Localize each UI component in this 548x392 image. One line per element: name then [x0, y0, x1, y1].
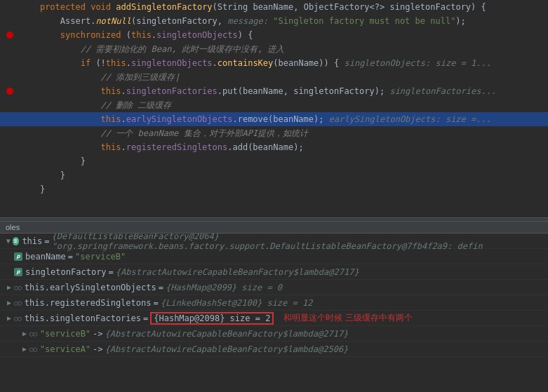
breakpoint-dot — [6, 88, 13, 95]
p-icon: p — [14, 268, 22, 276]
keyword: synchronized — [60, 30, 121, 40]
line-content-13: } — [17, 170, 548, 180]
expand-icon[interactable]: ▼ — [4, 237, 13, 245]
code-line-14: } — [0, 182, 548, 196]
class-ref: String — [218, 2, 248, 12]
hint: earlySingletonObjects: size =... — [329, 114, 491, 124]
field-ref: singletonObjects — [131, 58, 213, 68]
field-ref: earlySingletonObjects — [126, 114, 233, 124]
var-name: this.singletonFactories — [25, 313, 141, 323]
var-row-this: ▼ ≡ this = {DefaultListableBeanFactory@2… — [0, 234, 548, 249]
var-row-beanname: p beanName = "serviceB" — [0, 249, 548, 264]
var-name: this.registeredSingletons — [25, 298, 152, 308]
var-row-servicea: ▶ ○○ "serviceA" -> {AbstractAutowireCapa… — [0, 342, 548, 357]
var-eq: -> — [93, 344, 102, 354]
var-name: singletonFactory — [25, 267, 107, 277]
code-editor: protected void addSingletonFactory(Strin… — [0, 0, 548, 217]
var-value: {AbstractAutowireCapableBeanFactory$lamb… — [116, 267, 359, 277]
var-name: "serviceB" — [40, 329, 91, 339]
line-content-7: this.singletonFactories.put(beanName, si… — [17, 86, 548, 96]
code-line-12: } — [0, 154, 548, 168]
line-content-2: Assert.notNull(singletonFactory, message… — [17, 16, 548, 26]
code-line-8: // 删除 二级缓存 — [0, 98, 548, 112]
var-name: "serviceA" — [40, 344, 91, 354]
p-icon: p — [14, 252, 22, 261]
var-value: {AbstractAutowireCapableBeanFactory$lamb… — [105, 329, 349, 339]
keyword: this — [131, 30, 152, 40]
method-name: containsKey — [218, 58, 273, 68]
var-row-serviceb: ▶ ○○ "serviceB" -> {AbstractAutowireCapa… — [0, 326, 548, 342]
var-eq: = — [153, 298, 158, 308]
expand-icon[interactable]: ▶ — [20, 330, 29, 337]
breakpoint-dot — [6, 32, 13, 39]
hint: singletonObjects: size = 1... — [344, 58, 491, 68]
red-box-value: {HashMap@2098} size = 2 — [150, 312, 274, 325]
comment: // 需要初始化的 Bean, 此时一级缓存中没有, 进入 — [81, 44, 285, 54]
code-line-2: Assert.notNull(singletonFactory, message… — [0, 14, 548, 28]
expand-icon[interactable]: ▶ — [4, 299, 14, 306]
keyword: this — [101, 142, 121, 152]
expand-icon[interactable]: ▶ — [20, 345, 29, 353]
var-name: beanName — [25, 252, 66, 262]
var-eq: = — [159, 283, 163, 292]
code-line-13: } — [0, 168, 548, 182]
var-name: this — [22, 236, 42, 246]
keyword: if — [81, 58, 91, 68]
code-line-10: // 一个 beanName 集合，对于外部API提供，如统计 — [0, 126, 548, 140]
keyword: this — [106, 58, 126, 68]
line-content-14: } — [17, 184, 548, 194]
bp-area-3 — [3, 32, 17, 39]
string-lit: "Singleton factory must not be null" — [273, 16, 455, 26]
comment: // 删除 二级缓存 — [101, 100, 172, 110]
bp-area-7 — [3, 88, 17, 95]
code-line-3: synchronized (this.singletonObjects) { — [0, 28, 548, 42]
chinese-note: 和明显这个时候 三级缓存中有两个 — [283, 312, 412, 324]
expand-icon — [4, 252, 14, 260]
expand-icon — [4, 268, 14, 276]
keyword: void — [91, 2, 111, 12]
variables-panel: ▼ ≡ this = {DefaultListableBeanFactory@2… — [0, 234, 548, 392]
hint: singletonFactories... — [389, 86, 496, 96]
code-line-1: protected void addSingletonFactory(Strin… — [0, 0, 548, 14]
var-value: {AbstractAutowireCapableBeanFactory$lamb… — [105, 344, 349, 354]
comment: // 添加到三级缓存| — [101, 72, 180, 82]
field-ref: registeredSingletons — [126, 142, 228, 152]
oo-icon: ○○ — [14, 315, 22, 322]
oo-icon: ○○ — [14, 299, 22, 306]
line-content-11: this.registeredSingletons.add(beanName); — [17, 142, 548, 152]
line-content-5: if (!this.singletonObjects.containsKey(b… — [17, 58, 548, 68]
code-line-5: if (!this.singletonObjects.containsKey(b… — [0, 56, 548, 70]
line-content-4: // 需要初始化的 Bean, 此时一级缓存中没有, 进入 — [17, 43, 548, 55]
field-ref: singletonFactories — [126, 86, 218, 96]
var-row-earlysingleton: ▶ ○○ this.earlySingletonObjects = {HashM… — [0, 280, 548, 295]
method-name: addSingletonFactory — [116, 2, 212, 12]
panel-label: oles — [0, 222, 548, 234]
keyword: protected — [40, 2, 86, 12]
line-content-1: protected void addSingletonFactory(Strin… — [17, 2, 548, 12]
this-icon: ≡ — [13, 237, 20, 245]
code-line-7: this.singletonFactories.put(beanName, si… — [0, 84, 548, 98]
field-ref: singletonObjects — [156, 30, 238, 40]
expand-icon[interactable]: ▶ — [4, 283, 14, 291]
oo-icon: ○○ — [29, 330, 37, 337]
var-eq: -> — [93, 329, 102, 339]
class-ref: ObjectFactory — [304, 2, 370, 12]
var-eq: = — [109, 267, 114, 277]
var-value: {LinkedHashSet@2100} size = 12 — [161, 298, 313, 308]
var-value: "serviceB" — [75, 252, 126, 262]
expand-icon[interactable]: ▶ — [4, 314, 14, 322]
line-content-10: // 一个 beanName 集合，对于外部API提供，如统计 — [17, 128, 548, 140]
line-content-9: this.earlySingletonObjects.remove(beanNa… — [17, 114, 548, 124]
code-line-4: // 需要初始化的 Bean, 此时一级缓存中没有, 进入 — [0, 42, 548, 56]
code-line-9: this.earlySingletonObjects.remove(beanNa… — [0, 112, 548, 126]
keyword: this — [101, 86, 121, 96]
var-value: {HashMap@2099} size = 0 — [166, 283, 282, 292]
code-line-6: // 添加到三级缓存| — [0, 70, 548, 84]
comment: // 一个 beanName 集合，对于外部API提供，如统计 — [101, 128, 309, 138]
method-name: notNull — [95, 16, 131, 26]
var-row-registeredsingleton: ▶ ○○ this.registeredSingletons = {Linked… — [0, 295, 548, 311]
var-name: this.earlySingletonObjects — [25, 283, 156, 292]
oo-icon: ○○ — [14, 284, 22, 291]
var-eq: = — [44, 236, 49, 246]
var-row-singletonfactories: ▶ ○○ this.singletonFactories = {HashMap@… — [0, 311, 548, 326]
